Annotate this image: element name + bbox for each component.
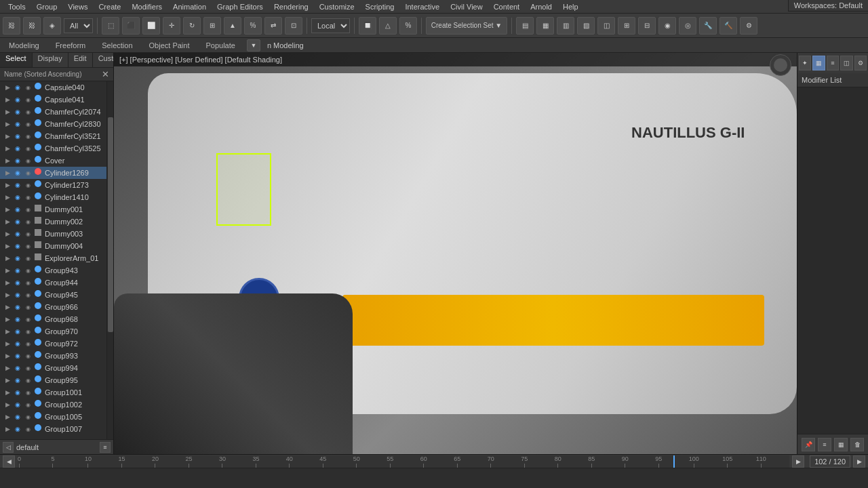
- layer6-btn[interactable]: ⊞: [618, 17, 635, 35]
- scene-item[interactable]: ▶◉◉ Capsule040: [0, 81, 106, 94]
- menu-graph-editors[interactable]: Graph Editors: [212, 1, 269, 12]
- tab-selection[interactable]: Selection: [94, 39, 140, 52]
- unlink-btn[interactable]: ⛓: [23, 17, 41, 35]
- tab-populate[interactable]: Populate: [198, 39, 242, 52]
- scene-item[interactable]: ▶◉◉ Capsule041: [0, 94, 106, 106]
- scene-item[interactable]: ▶◉◉ Dummy003: [0, 228, 106, 240]
- lp-tab-select[interactable]: Select: [0, 53, 33, 67]
- timeline-playhead[interactable]: [673, 455, 675, 468]
- timeline-prev-btn[interactable]: ◀: [3, 455, 15, 468]
- scene-bottom-layers-btn[interactable]: ≡: [100, 442, 111, 453]
- layer4-btn[interactable]: ▧: [577, 17, 595, 35]
- viewport-orientation-widget[interactable]: [774, 58, 787, 72]
- scene-item[interactable]: ▶◉◉ Group943: [0, 264, 106, 277]
- frame-range-next-btn[interactable]: ▶: [853, 455, 865, 468]
- menu-modifiers[interactable]: Modifiers: [126, 1, 167, 12]
- rotate-btn[interactable]: ↻: [183, 17, 201, 35]
- menu-create[interactable]: Create: [93, 1, 126, 12]
- scene-item[interactable]: ▶◉◉ Group1007: [0, 423, 106, 435]
- snap-percent-btn[interactable]: %: [399, 17, 417, 35]
- scene-bottom-left-btn[interactable]: ◁: [3, 442, 14, 453]
- menu-customize[interactable]: Customize: [314, 1, 360, 12]
- menu-group[interactable]: Group: [31, 1, 63, 12]
- scene-item[interactable]: ▶◉◉ Group944: [0, 277, 106, 289]
- scene-close-btn[interactable]: ✕: [102, 70, 109, 79]
- scene-item[interactable]: ▶◉◉ Dummy001: [0, 203, 106, 216]
- select-obj-btn[interactable]: ⬚: [102, 17, 119, 35]
- tab-modeling[interactable]: Modeling: [1, 39, 47, 52]
- scene-item[interactable]: ▶◉◉ Group995: [0, 374, 106, 386]
- scene-item[interactable]: ▶◉◉ ChamferCyl3521: [0, 130, 106, 142]
- window-crossing-btn[interactable]: ⬜: [142, 17, 160, 35]
- transform-select[interactable]: Local: [311, 18, 350, 33]
- squash-btn[interactable]: ▲: [224, 17, 241, 35]
- scene-item[interactable]: ▶◉◉ ChamferCyl2830: [0, 118, 106, 130]
- scene-item[interactable]: ▶◉◉ Group994: [0, 362, 106, 374]
- lp-tab-display[interactable]: Display: [33, 53, 68, 67]
- snap-angle-btn[interactable]: △: [379, 17, 397, 35]
- tab-object-paint[interactable]: Object Paint: [142, 39, 197, 52]
- menu-interactive[interactable]: Interactive: [399, 1, 445, 12]
- scene-item[interactable]: ▶◉◉ Group1005: [0, 411, 106, 423]
- layer8-btn[interactable]: ◉: [658, 17, 676, 35]
- select-move-btn[interactable]: ✛: [163, 17, 180, 35]
- scene-item[interactable]: ▶◉◉ Cylinder1269: [0, 167, 106, 179]
- scale-btn[interactable]: ⊞: [203, 17, 221, 35]
- timeline-next-btn[interactable]: ▶: [792, 455, 804, 468]
- select-region-btn[interactable]: ⬛: [122, 17, 140, 35]
- layer2-btn[interactable]: ▦: [536, 17, 554, 35]
- scene-item[interactable]: ▶◉◉ Group968: [0, 313, 106, 325]
- link-btn[interactable]: ⛓: [3, 17, 20, 35]
- rp-tab-utilities[interactable]: ⚙: [854, 56, 867, 70]
- menu-views[interactable]: Views: [62, 1, 93, 12]
- create-selection-set-btn[interactable]: Create Selection Set ▼: [426, 17, 507, 35]
- scene-list-scrollbar[interactable]: [106, 81, 113, 439]
- tab-freeform[interactable]: Freeform: [48, 39, 94, 52]
- layer12-btn[interactable]: ⚙: [740, 17, 757, 35]
- scene-item[interactable]: ▶◉◉ Cylinder1273: [0, 179, 106, 191]
- scene-item[interactable]: ▶◉◉ ChamferCyl3525: [0, 142, 106, 155]
- scene-item[interactable]: ▶◉◉ Group966: [0, 301, 106, 313]
- filter-select[interactable]: All: [64, 18, 93, 33]
- lp-tab-edit[interactable]: Edit: [68, 53, 93, 67]
- menu-help[interactable]: Help: [557, 1, 584, 12]
- bind-btn[interactable]: ◈: [43, 17, 61, 35]
- layer10-btn[interactable]: 🔧: [699, 17, 717, 35]
- menu-rendering[interactable]: Rendering: [269, 1, 314, 12]
- scene-item[interactable]: ▶◉◉ Dummy004: [0, 240, 106, 252]
- rp-tab-motion[interactable]: ≡: [827, 56, 839, 70]
- layer5-btn[interactable]: ◫: [597, 17, 615, 35]
- modifier-pin-btn[interactable]: 📌: [802, 438, 815, 451]
- menu-civil-view[interactable]: Civil View: [445, 1, 488, 12]
- modifier-list-btn[interactable]: ≡: [818, 438, 831, 451]
- modifier-grid-btn[interactable]: ▦: [834, 438, 848, 451]
- scene-item[interactable]: ▶◉◉ Cylinder1410: [0, 191, 106, 203]
- layer3-btn[interactable]: ▥: [557, 17, 574, 35]
- scene-item[interactable]: ▶◉◉ Cover: [0, 155, 106, 167]
- layer11-btn[interactable]: 🔨: [719, 17, 737, 35]
- scene-item[interactable]: ▶◉◉ Group1002: [0, 399, 106, 411]
- scene-item[interactable]: ▶◉◉ ChamferCyl2074: [0, 106, 106, 118]
- menu-scripting[interactable]: Scripting: [360, 1, 400, 12]
- scene-item[interactable]: ▶◉◉ Group972: [0, 338, 106, 350]
- scene-item[interactable]: ▶◉◉ Group993: [0, 350, 106, 362]
- percent-btn[interactable]: %: [244, 17, 262, 35]
- scene-item[interactable]: ▶◉◉ ExplorerArm_01: [0, 252, 106, 264]
- scene-item[interactable]: ▶◉◉ Dummy002: [0, 216, 106, 228]
- rp-tab-modifier[interactable]: ▦: [812, 56, 825, 70]
- mirror-btn[interactable]: ⇄: [264, 17, 282, 35]
- scene-item[interactable]: ▶◉◉ Group1001: [0, 386, 106, 399]
- menu-animation[interactable]: Animation: [167, 1, 212, 12]
- align-btn[interactable]: ⊡: [285, 17, 302, 35]
- scene-item[interactable]: ▶◉◉ Group970: [0, 325, 106, 338]
- modifier-del-btn[interactable]: 🗑: [850, 438, 864, 451]
- viewport[interactable]: [+] [Perspective] [User Defined] [Defaul…: [114, 53, 797, 454]
- rp-tab-display[interactable]: ◫: [840, 56, 852, 70]
- layers-btn[interactable]: ▤: [516, 17, 534, 35]
- scene-item[interactable]: ▶◉◉ Group945: [0, 289, 106, 301]
- layer9-btn[interactable]: ◎: [679, 17, 696, 35]
- rp-tab-hierarchy[interactable]: ✦: [799, 56, 811, 70]
- mode-options-btn[interactable]: ▼: [247, 39, 260, 52]
- layer7-btn[interactable]: ⊟: [638, 17, 656, 35]
- menu-arnold[interactable]: Arnold: [525, 1, 557, 12]
